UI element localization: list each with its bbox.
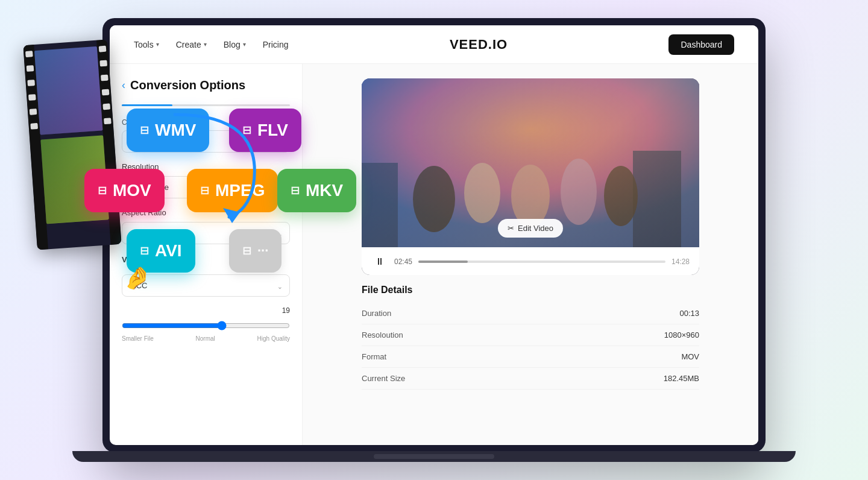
- main-content: ‹ Conversion Options Convert to MP4 WMV …: [110, 64, 758, 445]
- audio-codec-select[interactable]: ACC MP3 AAC: [122, 274, 290, 297]
- video-codec-group: Video Codec: [122, 254, 290, 265]
- file-details-title: File Details: [362, 285, 699, 295]
- panel-header: ‹ Conversion Options: [122, 78, 290, 92]
- convert-to-select-wrapper: MP4 WMV FLV MOV AVI MKV: [122, 130, 290, 153]
- progress-bar: [122, 104, 290, 106]
- blog-chevron-icon: ▾: [243, 41, 246, 48]
- detail-row-duration: Duration 00:13: [362, 303, 699, 324]
- laptop-frame: Tools ▾ Create ▾ Blog ▾ Pricing VE: [102, 18, 766, 452]
- resolution-group: Resolution No change 720p 1080p 4K: [122, 162, 290, 198]
- format-label: Format: [362, 352, 386, 361]
- format-value: MOV: [681, 352, 699, 361]
- convert-to-select[interactable]: MP4 WMV FLV MOV AVI MKV: [122, 130, 290, 153]
- nav-blog[interactable]: Blog ▾: [224, 40, 246, 49]
- audio-codec-select-wrapper: ACC MP3 AAC: [122, 274, 290, 297]
- aspect-ratio-group: Aspect Ratio No change 16:9 4:3 1:1: [122, 208, 290, 244]
- aspect-ratio-label: Aspect Ratio: [122, 208, 290, 217]
- time-current: 02:45: [394, 257, 412, 266]
- panel-title: Conversion Options: [130, 78, 245, 92]
- resolution-select[interactable]: No change 720p 1080p 4K: [122, 176, 290, 198]
- detail-row-format: Format MOV: [362, 346, 699, 368]
- svg-point-5: [511, 165, 550, 227]
- laptop-screen: Tools ▾ Create ▾ Blog ▾ Pricing VE: [110, 25, 758, 445]
- file-details-section: File Details Duration 00:13 Resoloution …: [362, 285, 699, 390]
- aspect-ratio-select-wrapper: No change 16:9 4:3 1:1: [122, 222, 290, 244]
- player-controls: ⏸ 02:45 14:28: [362, 247, 699, 275]
- nav-create[interactable]: Create ▾: [176, 40, 207, 49]
- nav-left: Tools ▾ Create ▾ Blog ▾ Pricing: [134, 40, 289, 49]
- quality-normal-label: Normal: [196, 335, 215, 342]
- quality-max-label: High Quality: [257, 335, 290, 342]
- convert-to-label: Convert to: [122, 118, 290, 127]
- laptop-base: [72, 451, 796, 462]
- quality-slider[interactable]: [122, 321, 290, 330]
- svg-point-7: [604, 166, 638, 226]
- film-hole: [30, 109, 37, 115]
- film-hole: [28, 94, 36, 101]
- svg-point-4: [464, 163, 500, 223]
- quality-min-label: Smaller File: [122, 335, 154, 342]
- left-panel: ‹ Conversion Options Convert to MP4 WMV …: [110, 64, 303, 445]
- video-codec-label: Video Codec: [122, 255, 169, 264]
- edit-icon: ✂: [508, 224, 514, 233]
- resolution-label: Resolution: [122, 162, 290, 171]
- navbar: Tools ▾ Create ▾ Blog ▾ Pricing VE: [110, 25, 758, 64]
- edit-video-button[interactable]: ✂ Edit Video: [498, 219, 563, 238]
- svg-point-3: [413, 166, 455, 232]
- video-thumbnail: ✂ Edit Video: [362, 78, 699, 247]
- duration-value: 00:13: [679, 309, 699, 318]
- detail-row-resolution: Resoloution 1080×960: [362, 324, 699, 346]
- aspect-ratio-select[interactable]: No change 16:9 4:3 1:1: [122, 222, 290, 244]
- progress-fill: [122, 104, 172, 106]
- film-hole: [25, 51, 33, 57]
- resolution-select-wrapper: No change 720p 1080p 4K: [122, 176, 290, 198]
- create-chevron-icon: ▾: [204, 41, 207, 48]
- film-hole: [27, 65, 34, 72]
- progress-track[interactable]: [418, 261, 665, 263]
- convert-to-group: Convert to MP4 WMV FLV MOV AVI MKV: [122, 118, 290, 153]
- nav-tools[interactable]: Tools ▾: [134, 40, 159, 49]
- tools-chevron-icon: ▾: [156, 41, 159, 48]
- pause-button[interactable]: ⏸: [371, 253, 388, 270]
- film-hole: [30, 123, 38, 130]
- quality-group: 19 Smaller File Normal High Quality: [122, 306, 290, 342]
- progress-played: [418, 261, 468, 263]
- right-panel: ✂ Edit Video ⏸ 02:45 14:28: [303, 64, 758, 445]
- duration-label: Duration: [362, 309, 391, 318]
- film-hole: [27, 80, 35, 86]
- resolution-detail-value: 1080×960: [664, 330, 699, 339]
- audio-codec-group: ACC MP3 AAC: [122, 274, 290, 297]
- logo: VEED.IO: [450, 37, 508, 52]
- quality-value: 19: [122, 306, 290, 315]
- resolution-detail-label: Resoloution: [362, 330, 403, 339]
- nav-pricing[interactable]: Pricing: [263, 40, 289, 49]
- svg-point-6: [561, 159, 597, 225]
- dashboard-button[interactable]: Dashboard: [668, 34, 734, 55]
- size-value: 182.45MB: [664, 374, 699, 383]
- detail-row-size: Current Size 182.45MB: [362, 368, 699, 390]
- time-total: 14:28: [671, 257, 690, 266]
- slider-labels: Smaller File Normal High Quality: [122, 335, 290, 342]
- svg-rect-1: [362, 163, 398, 247]
- filmstrip-left-holes: [23, 45, 48, 250]
- back-button[interactable]: ‹: [122, 79, 125, 92]
- size-label: Current Size: [362, 374, 405, 383]
- video-container: ✂ Edit Video ⏸ 02:45 14:28: [362, 78, 699, 275]
- svg-rect-2: [633, 151, 681, 247]
